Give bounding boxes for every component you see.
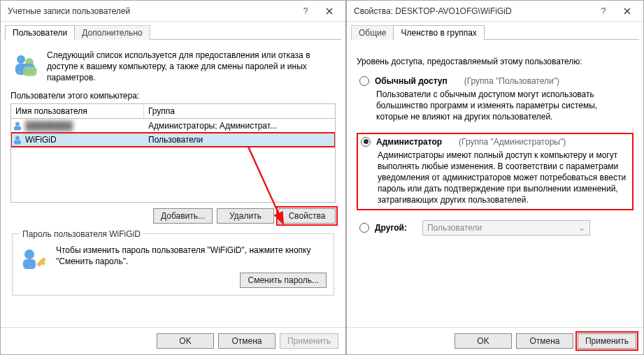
- cell-group: Пользователи: [144, 135, 335, 145]
- password-group-title: Пароль пользователя WiFiGiD: [20, 229, 143, 239]
- option-group: (Группа "Администраторы"): [459, 137, 566, 147]
- help-button[interactable]: ?: [592, 3, 615, 19]
- combo-value: Пользователи: [427, 223, 482, 233]
- option-label: Другой:: [375, 223, 407, 233]
- window-title: Учетные записи пользователей: [5, 6, 294, 16]
- svg-point-4: [15, 122, 20, 126]
- user-icon: [11, 121, 24, 131]
- tabs: Пользователи Дополнительно: [1, 23, 345, 39]
- svg-point-0: [17, 55, 25, 64]
- list-label: Пользователи этого компьютера:: [10, 91, 336, 101]
- tab-advanced[interactable]: Дополнительно: [74, 25, 150, 40]
- list-header: Имя пользователя Группа: [10, 103, 336, 119]
- tab-group-membership[interactable]: Членство в группах: [393, 25, 484, 40]
- radio-other[interactable]: [359, 223, 369, 233]
- option-label: Администратор: [376, 137, 442, 147]
- close-button[interactable]: [317, 3, 341, 19]
- add-button[interactable]: Добавить...: [153, 208, 213, 224]
- password-text: Чтобы изменить пароль пользователя "WiFi…: [56, 245, 327, 267]
- svg-point-6: [15, 136, 20, 140]
- option-standard[interactable]: Обычный доступ (Группа "Пользователи") П…: [357, 73, 634, 126]
- svg-rect-7: [14, 140, 21, 144]
- svg-rect-5: [14, 126, 21, 130]
- option-group: (Группа "Пользователи"): [464, 76, 559, 86]
- svg-rect-3: [23, 66, 37, 76]
- user-accounts-dialog: Учетные записи пользователей ? Пользоват…: [0, 0, 346, 355]
- intro-row: Следующий список используется для предос…: [10, 50, 336, 84]
- column-group[interactable]: Группа: [144, 104, 335, 118]
- chevron-down-icon: ⌄: [578, 223, 585, 233]
- window-title: Свойства: DESKTOP-AVO1OFG\WiFiGiD: [351, 6, 592, 16]
- apply-button[interactable]: Применить: [578, 333, 636, 349]
- tab-general[interactable]: Общие: [351, 25, 394, 40]
- radio-standard[interactable]: [359, 76, 369, 86]
- users-icon: [10, 50, 40, 79]
- list-button-bar: Добавить... Удалить Свойства: [10, 208, 336, 224]
- tab-users[interactable]: Пользователи: [5, 25, 75, 40]
- users-list[interactable]: ████████ Администраторы; Администрат... …: [10, 119, 336, 203]
- svg-rect-9: [23, 259, 36, 269]
- dialog-footer: OK Отмена Применить: [1, 327, 345, 354]
- tab-content: Следующий список используется для предос…: [1, 40, 345, 301]
- tabs: Общие Членство в группах: [347, 23, 643, 39]
- option-label: Обычный доступ: [375, 76, 448, 86]
- option-admin[interactable]: Администратор (Группа "Администраторы") …: [357, 133, 634, 210]
- close-icon: [624, 8, 631, 15]
- table-row[interactable]: ████████ Администраторы; Администрат...: [11, 119, 335, 133]
- apply-button[interactable]: Применить: [280, 333, 338, 349]
- cell-name: WiFiGiD: [24, 135, 144, 145]
- titlebar: Учетные записи пользователей ?: [1, 1, 345, 22]
- ok-button[interactable]: OK: [455, 333, 512, 349]
- close-icon: [326, 8, 333, 15]
- cell-group: Администраторы; Администрат...: [144, 121, 335, 131]
- user-properties-dialog: Свойства: DESKTOP-AVO1OFG\WiFiGiD ? Общи…: [346, 0, 644, 355]
- dialog-footer: OK Отмена Применить: [347, 327, 643, 354]
- column-name[interactable]: Имя пользователя: [11, 104, 144, 118]
- user-icon: [11, 135, 24, 145]
- help-button[interactable]: ?: [294, 3, 317, 19]
- cancel-button[interactable]: Отмена: [516, 333, 573, 349]
- cancel-button[interactable]: Отмена: [218, 333, 276, 349]
- titlebar: Свойства: DESKTOP-AVO1OFG\WiFiGiD ?: [347, 1, 643, 22]
- option-desc: Администраторы имеют полный доступ к ком…: [378, 150, 629, 206]
- radio-admin[interactable]: [361, 137, 371, 147]
- password-group: Пароль пользователя WiFiGiD Чтобы измени…: [12, 229, 334, 296]
- intro-text: Следующий список используется для предос…: [47, 50, 336, 84]
- change-password-button[interactable]: Сменить пароль...: [240, 273, 327, 288]
- close-button[interactable]: [615, 3, 639, 19]
- table-row[interactable]: WiFiGiD Пользователи: [11, 133, 335, 147]
- group-combo[interactable]: Пользователи ⌄: [422, 220, 590, 236]
- key-icon: [20, 245, 49, 274]
- properties-button[interactable]: Свойства: [278, 208, 336, 224]
- ok-button[interactable]: OK: [157, 333, 214, 349]
- svg-point-8: [24, 249, 34, 259]
- tab-content: Уровень доступа, предоставляемый этому п…: [347, 40, 643, 251]
- option-desc: Пользователи с обычным доступом могут ис…: [376, 89, 631, 123]
- cell-name: ████████: [24, 121, 144, 131]
- remove-button[interactable]: Удалить: [217, 208, 274, 224]
- access-heading: Уровень доступа, предоставляемый этому п…: [357, 57, 634, 66]
- option-other[interactable]: Другой: Пользователи ⌄: [357, 217, 634, 238]
